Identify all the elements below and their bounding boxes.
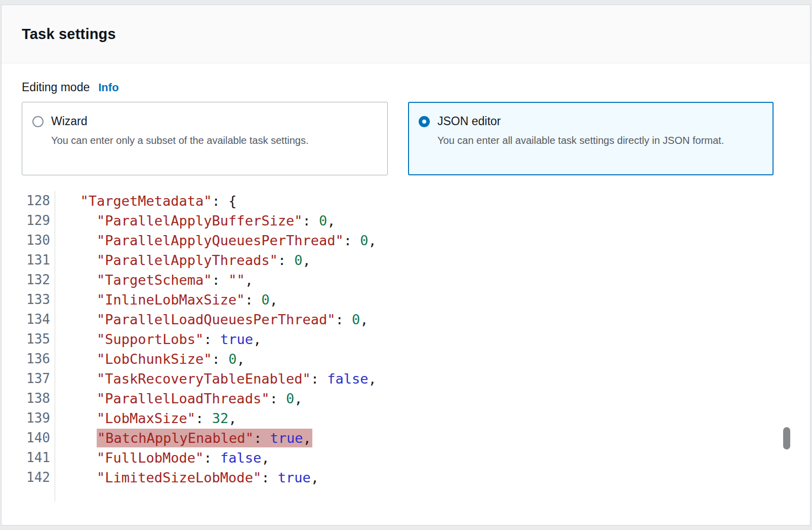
json-code-editor[interactable]: 128 "TargetMetadata": {129 "ParallelAppl… xyxy=(22,191,790,502)
code-line: 136 "LobChunkSize": 0, xyxy=(22,349,790,369)
task-settings-panel: Task settings Editing mode Info Wizard Y… xyxy=(1,5,810,525)
line-number: 130 xyxy=(22,231,55,250)
editor-scrollbar-thumb[interactable] xyxy=(783,427,790,449)
line-number: 128 xyxy=(22,191,55,211)
code-line: 142 "LimitedSizeLobMode": true, xyxy=(22,468,790,487)
line-number: 136 xyxy=(22,349,55,369)
code-text: "ParallelLoadThreads": 0, xyxy=(55,389,302,408)
code-text: "ParallelApplyBufferSize": 0, xyxy=(55,211,335,231)
code-line: 134 "ParallelLoadQueuesPerThread": 0, xyxy=(22,310,790,329)
wizard-option-title: Wizard xyxy=(51,115,308,128)
radio-wizard-unselected-icon[interactable] xyxy=(32,116,44,127)
wizard-option-description: You can enter only a subset of the avail… xyxy=(51,133,308,148)
code-lines: 128 "TargetMetadata": {129 "ParallelAppl… xyxy=(22,191,790,502)
wizard-option-text: Wizard You can enter only a subset of th… xyxy=(51,115,308,175)
editing-mode-option-json-editor[interactable]: JSON editor You can enter all available … xyxy=(408,102,774,175)
code-line: 132 "TargetSchema": "", xyxy=(22,270,790,290)
code-line: 137 "TaskRecoveryTableEnabled": false, xyxy=(22,369,790,389)
editing-mode-label-row: Editing mode Info xyxy=(22,81,790,94)
line-number: 134 xyxy=(22,310,55,329)
panel-header: Task settings xyxy=(2,5,810,63)
line-number: 140 xyxy=(22,428,55,448)
code-text: "ParallelApplyThreads": 0, xyxy=(55,250,311,270)
highlighted-code: "BatchApplyEnabled": true, xyxy=(97,429,312,447)
line-number: 137 xyxy=(22,369,55,389)
line-number: 135 xyxy=(22,329,55,349)
editing-mode-option-wizard[interactable]: Wizard You can enter only a subset of th… xyxy=(22,102,388,175)
code-text: "ParallelLoadQueuesPerThread": 0, xyxy=(55,310,368,329)
code-line: 140 "BatchApplyEnabled": true, xyxy=(22,428,790,448)
code-text: "TargetMetadata": { xyxy=(55,191,236,211)
code-text: "LimitedSizeLobMode": true, xyxy=(55,468,319,487)
code-line: 131 "ParallelApplyThreads": 0, xyxy=(22,250,790,270)
code-text: "LobChunkSize": 0, xyxy=(55,349,245,369)
editing-mode-label: Editing mode xyxy=(22,81,90,94)
code-line: 133 "InlineLobMaxSize": 0, xyxy=(22,290,790,310)
code-text: "TargetSchema": "", xyxy=(55,270,253,290)
code-text: "SupportLobs": true, xyxy=(55,329,261,349)
line-number: 139 xyxy=(22,408,55,428)
json-editor-option-text: JSON editor You can enter all available … xyxy=(437,115,724,174)
code-line: 139 "LobMaxSize": 32, xyxy=(22,408,790,428)
code-line: 128 "TargetMetadata": { xyxy=(22,191,790,211)
line-number: 138 xyxy=(22,389,55,408)
radio-json-editor-selected-icon[interactable] xyxy=(419,116,430,127)
code-text: "LobMaxSize": 32, xyxy=(55,408,236,428)
json-editor-option-title: JSON editor xyxy=(437,115,724,128)
panel-body: Editing mode Info Wizard You can enter o… xyxy=(2,63,810,502)
gutter-filler xyxy=(22,487,790,502)
code-line: 141 "FullLobMode": false, xyxy=(22,448,790,468)
code-text: "TaskRecoveryTableEnabled": false, xyxy=(55,369,377,389)
page-title: Task settings xyxy=(22,26,116,43)
code-line: 138 "ParallelLoadThreads": 0, xyxy=(22,389,790,408)
line-number: 131 xyxy=(22,250,55,270)
code-text: "BatchApplyEnabled": true, xyxy=(55,428,312,448)
editing-mode-options: Wizard You can enter only a subset of th… xyxy=(22,102,790,175)
line-number: 129 xyxy=(22,211,55,231)
line-number: 141 xyxy=(22,448,55,468)
code-text: "InlineLobMaxSize": 0, xyxy=(55,290,278,310)
line-number: 133 xyxy=(22,290,55,310)
code-line: 129 "ParallelApplyBufferSize": 0, xyxy=(22,211,790,231)
line-number: 132 xyxy=(22,270,55,290)
code-line: 130 "ParallelApplyQueuesPerThread": 0, xyxy=(22,231,790,250)
code-text: "FullLobMode": false, xyxy=(55,448,269,468)
json-editor-option-description: You can enter all available task setting… xyxy=(437,133,724,148)
code-text: "ParallelApplyQueuesPerThread": 0, xyxy=(55,231,377,250)
line-number: 142 xyxy=(22,468,55,487)
info-link[interactable]: Info xyxy=(98,81,118,94)
code-line: 135 "SupportLobs": true, xyxy=(22,329,790,349)
